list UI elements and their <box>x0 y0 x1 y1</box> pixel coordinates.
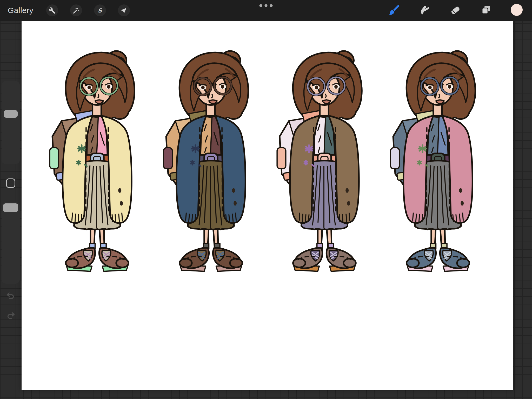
redo-arrow-icon <box>6 316 16 321</box>
left-shoe <box>66 248 95 271</box>
right-shoe <box>440 248 469 271</box>
right-shoe <box>213 248 242 271</box>
top-toolbar: Gallery S <box>0 0 532 21</box>
erase-button[interactable] <box>448 3 463 18</box>
color-swatch <box>510 4 523 17</box>
smudge-finger-icon <box>419 4 430 16</box>
transform-button[interactable] <box>118 4 130 16</box>
opacity-slider[interactable] <box>2 202 20 284</box>
layers-icon <box>481 4 491 16</box>
gallery-button[interactable]: Gallery <box>8 6 34 15</box>
layers-button[interactable] <box>478 3 494 18</box>
brush-size-handle[interactable] <box>4 110 18 118</box>
magic-wand-icon <box>72 7 79 14</box>
brush-size-slider[interactable] <box>2 81 20 164</box>
redo-button[interactable] <box>6 311 16 320</box>
canvas[interactable] <box>22 21 513 390</box>
character-pink-cardigan <box>380 44 494 288</box>
right-shoe <box>327 248 356 271</box>
character-brown-cardigan <box>267 44 380 288</box>
selection-button[interactable]: S <box>94 4 106 16</box>
procreate-workspace: { "toolbar": { "gallery_label": "Gallery… <box>0 0 532 399</box>
adjustments-button[interactable] <box>70 4 82 16</box>
character-yellow-cardigan <box>39 44 153 288</box>
wrench-icon <box>49 7 56 14</box>
multitask-indicator[interactable] <box>260 4 273 7</box>
color-button[interactable] <box>509 3 524 18</box>
eraser-icon <box>450 4 461 16</box>
paint-tools-group <box>379 0 532 21</box>
opacity-handle[interactable] <box>3 203 18 212</box>
paint-button[interactable] <box>386 3 402 18</box>
left-shoe <box>407 248 436 271</box>
selection-s-icon: S <box>96 7 103 14</box>
character-navy-cardigan <box>153 44 267 288</box>
actions-button[interactable] <box>46 4 58 16</box>
undo-button[interactable] <box>6 291 16 300</box>
svg-text:S: S <box>98 7 102 14</box>
right-shoe <box>99 248 129 271</box>
transform-arrow-icon <box>120 7 127 14</box>
left-shoe <box>179 248 209 271</box>
left-shoe <box>293 248 322 271</box>
undo-arrow-icon <box>6 297 16 301</box>
paintbrush-icon <box>388 4 400 17</box>
smudge-button[interactable] <box>417 3 433 18</box>
modify-button[interactable] <box>6 178 15 188</box>
